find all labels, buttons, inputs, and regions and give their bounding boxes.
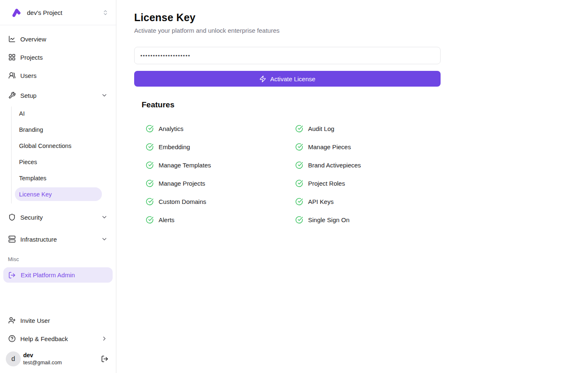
sidebar-item-infrastructure[interactable]: Infrastructure bbox=[3, 231, 113, 247]
check-circle-icon bbox=[295, 198, 303, 206]
check-circle-icon bbox=[295, 161, 303, 169]
feature-alerts: Alerts bbox=[142, 216, 291, 224]
invite-user-label: Invite User bbox=[20, 317, 50, 324]
feature-audit-log: Audit Log bbox=[291, 124, 441, 133]
main-content: License Key Activate your platform and u… bbox=[116, 0, 588, 373]
chevron-down-icon bbox=[101, 214, 108, 220]
sidebar-item-label: Overview bbox=[20, 36, 46, 43]
help-circle-icon bbox=[8, 335, 16, 342]
feature-label: Manage Pieces bbox=[308, 143, 351, 150]
check-circle-icon bbox=[295, 143, 303, 151]
sidebar-item-label: Projects bbox=[20, 54, 43, 61]
feature-manage-templates: Manage Templates bbox=[142, 161, 291, 169]
check-circle-icon bbox=[146, 161, 154, 169]
avatar: d bbox=[6, 351, 21, 366]
sidebar-item-templates[interactable]: Templates bbox=[15, 171, 102, 185]
sidebar: dev's Project Overview Projects Users bbox=[0, 0, 116, 373]
features-title: Features bbox=[142, 100, 588, 109]
check-circle-icon bbox=[295, 125, 303, 133]
license-key-input[interactable] bbox=[134, 47, 441, 64]
feature-label: Manage Templates bbox=[159, 162, 211, 169]
feature-label: Manage Projects bbox=[159, 180, 205, 187]
grid-icon bbox=[8, 53, 16, 61]
sidebar-item-label: Users bbox=[20, 72, 36, 79]
user-plus-icon bbox=[8, 317, 16, 324]
shield-icon bbox=[8, 213, 16, 221]
log-out-icon[interactable] bbox=[101, 355, 108, 363]
check-circle-icon bbox=[146, 198, 154, 206]
exit-platform-admin-button[interactable]: Exit Platform Admin bbox=[3, 267, 113, 283]
feature-label: Analytics bbox=[159, 125, 183, 132]
feature-embedding: Embedding bbox=[142, 143, 291, 151]
log-out-icon bbox=[8, 271, 16, 279]
sidebar-item-license-key[interactable]: License Key bbox=[15, 187, 102, 201]
wrench-icon bbox=[8, 92, 16, 99]
user-email: test@gmail.com bbox=[23, 359, 62, 366]
help-feedback-label: Help & Feedback bbox=[20, 335, 68, 342]
sidebar-item-overview[interactable]: Overview bbox=[3, 31, 113, 47]
feature-brand-activepieces: Brand Activepieces bbox=[291, 161, 441, 169]
chevron-right-icon bbox=[101, 335, 108, 342]
setup-sublist: AI Branding Global Connections Pieces Te… bbox=[11, 107, 113, 203]
sidebar-item-label: AI bbox=[19, 110, 25, 117]
check-circle-icon bbox=[146, 125, 154, 133]
feature-label: Custom Domains bbox=[159, 198, 206, 205]
sidebar-item-branding[interactable]: Branding bbox=[15, 123, 102, 136]
check-circle-icon bbox=[295, 216, 303, 224]
activate-license-button[interactable]: Activate License bbox=[134, 71, 441, 87]
activate-license-label: Activate License bbox=[270, 75, 315, 82]
feature-label: API Keys bbox=[308, 198, 334, 205]
sidebar-item-projects[interactable]: Projects bbox=[3, 49, 113, 65]
sidebar-item-setup[interactable]: Setup bbox=[3, 87, 113, 103]
page-title: License Key bbox=[134, 12, 588, 24]
server-icon bbox=[8, 235, 16, 243]
project-selector[interactable]: dev's Project bbox=[0, 0, 116, 25]
feature-label: Alerts bbox=[159, 216, 174, 223]
user-meta: dev test@gmail.com bbox=[23, 352, 62, 366]
feature-label: Brand Activepieces bbox=[308, 162, 361, 169]
sidebar-item-label: Pieces bbox=[19, 159, 37, 165]
user-name: dev bbox=[23, 352, 62, 359]
sidebar-item-security[interactable]: Security bbox=[3, 209, 113, 225]
user-profile-row[interactable]: d dev test@gmail.com bbox=[3, 349, 113, 369]
sidebar-item-users[interactable]: Users bbox=[3, 68, 113, 83]
misc-section-label: Misc bbox=[8, 256, 113, 262]
chevron-down-icon bbox=[101, 92, 108, 99]
sidebar-item-label: Templates bbox=[19, 175, 46, 182]
chart-line-icon bbox=[8, 35, 16, 43]
project-name: dev's Project bbox=[27, 9, 62, 16]
sidebar-item-pieces[interactable]: Pieces bbox=[15, 155, 102, 169]
chevron-down-icon bbox=[101, 236, 108, 242]
feature-analytics: Analytics bbox=[142, 124, 291, 133]
page-subtitle: Activate your platform and unlock enterp… bbox=[134, 27, 588, 34]
feature-label: Embedding bbox=[159, 143, 190, 150]
feature-manage-pieces: Manage Pieces bbox=[291, 143, 441, 151]
feature-project-roles: Project Roles bbox=[291, 179, 441, 187]
exit-platform-admin-label: Exit Platform Admin bbox=[21, 271, 75, 279]
sidebar-nav: Overview Projects Users Setup AI Brandin… bbox=[0, 25, 116, 283]
sidebar-bottom: Invite User Help & Feedback d dev test@g… bbox=[0, 312, 116, 373]
feature-label: Project Roles bbox=[308, 180, 345, 187]
sidebar-item-label: Infrastructure bbox=[20, 236, 57, 243]
feature-label: Single Sign On bbox=[308, 216, 349, 223]
users-icon bbox=[8, 72, 16, 79]
feature-api-keys: API Keys bbox=[291, 197, 441, 206]
sidebar-item-ai[interactable]: AI bbox=[15, 107, 102, 120]
check-circle-icon bbox=[146, 179, 154, 187]
feature-single-sign-on: Single Sign On bbox=[291, 216, 441, 224]
sidebar-item-label: Setup bbox=[20, 92, 36, 99]
sidebar-item-label: License Key bbox=[19, 191, 52, 198]
feature-custom-domains: Custom Domains bbox=[142, 197, 291, 206]
feature-label: Audit Log bbox=[308, 125, 334, 132]
sidebar-item-global-connections[interactable]: Global Connections bbox=[15, 139, 102, 153]
chevrons-up-down-icon[interactable] bbox=[102, 10, 108, 16]
feature-manage-projects: Manage Projects bbox=[142, 179, 291, 187]
sidebar-item-label: Security bbox=[20, 214, 43, 221]
features-grid: Analytics Audit Log Embedding Manage Pie… bbox=[142, 124, 441, 224]
invite-user-button[interactable]: Invite User bbox=[3, 312, 113, 328]
activepieces-logo-icon bbox=[11, 7, 22, 18]
sidebar-item-label: Branding bbox=[19, 126, 43, 133]
help-feedback-button[interactable]: Help & Feedback bbox=[3, 331, 113, 346]
check-circle-icon bbox=[146, 216, 154, 224]
check-circle-icon bbox=[146, 143, 154, 151]
